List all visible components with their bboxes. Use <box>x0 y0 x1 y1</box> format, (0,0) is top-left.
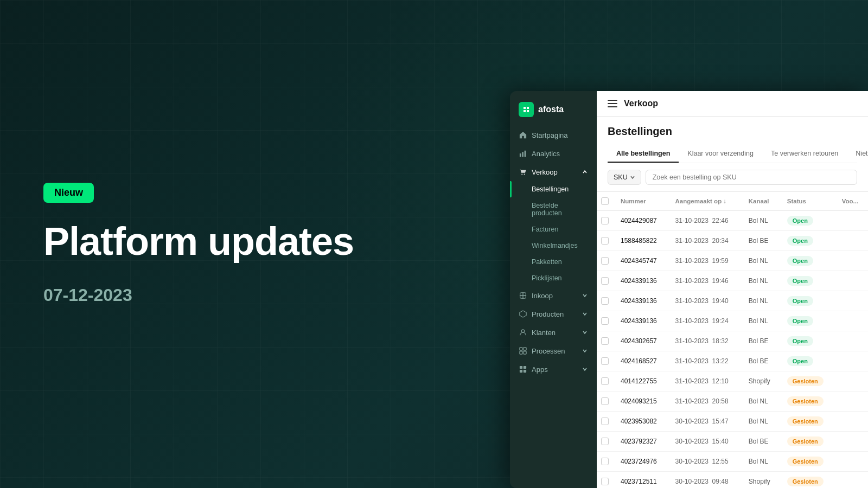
col-status-header: Status <box>781 192 835 211</box>
row-status-8: Gesloten <box>781 371 835 391</box>
orders-table-wrapper: Nummer Aangemaakt op ↓ Kanaal Status <box>597 192 868 488</box>
row-checkbox-4[interactable] <box>601 297 609 305</box>
sidebar-item-verkoop[interactable]: Verkoop <box>510 163 597 181</box>
processen-icon <box>519 346 527 355</box>
row-checkbox-12[interactable] <box>601 458 609 465</box>
col-aangemaakt-header: Aangemaakt op ↓ <box>669 192 742 211</box>
row-datum-7: 31-10-2023 13:22 <box>669 351 742 371</box>
row-voo-0 <box>835 211 868 231</box>
row-voo-1 <box>835 231 868 251</box>
sidebar-item-producten[interactable]: Producten <box>510 305 597 323</box>
sku-selector[interactable]: SKU <box>608 170 641 185</box>
row-status-1: Open <box>781 231 835 251</box>
row-kanaal-12: Bol NL <box>742 452 781 472</box>
select-all-checkbox[interactable] <box>601 197 609 205</box>
tab-retouren[interactable]: Te verwerken retouren <box>762 145 847 163</box>
row-checkbox-1[interactable] <box>601 237 609 245</box>
table-row: 4023724976 30-10-2023 12:55 Bol NL Geslo… <box>597 452 868 472</box>
row-kanaal-5: Bol NL <box>742 311 781 331</box>
sidebar-sub-item-bestellingen[interactable]: Bestellingen <box>510 181 597 197</box>
row-checkbox-5[interactable] <box>601 317 609 325</box>
row-nummer-7: 4024168527 <box>614 351 669 371</box>
sidebar-sub-item-pakketten[interactable]: Pakketten <box>510 254 597 270</box>
svg-rect-2 <box>525 151 526 157</box>
row-checkbox-10[interactable] <box>601 418 609 425</box>
status-badge-10: Gesloten <box>787 416 824 426</box>
row-datum-1: 31-10-2023 20:34 <box>669 231 742 251</box>
svg-rect-1 <box>522 152 524 157</box>
sidebar-item-klanten[interactable]: Klanten <box>510 323 597 342</box>
sidebar-item-processen[interactable]: Processen <box>510 342 597 360</box>
tab-alle-bestellingen[interactable]: Alle bestellingen <box>608 145 679 163</box>
row-nummer-13: 4023712511 <box>614 472 669 489</box>
hero-date: 07-12-2023 <box>43 285 434 305</box>
search-input[interactable] <box>646 170 857 185</box>
sidebar-label-inkoop: Inkoop <box>532 292 553 300</box>
status-badge-1: Open <box>787 236 813 246</box>
row-checkbox-6[interactable] <box>601 337 609 345</box>
row-checkbox-3[interactable] <box>601 277 609 285</box>
apps-icon <box>519 365 527 374</box>
hamburger-menu[interactable] <box>608 100 617 107</box>
table-row: 4024093215 31-10-2023 20:58 Bol NL Geslo… <box>597 391 868 412</box>
sidebar-sub-item-facturen[interactable]: Facturen <box>510 221 597 237</box>
row-checkbox-0[interactable] <box>601 217 609 224</box>
row-check-13 <box>597 472 614 489</box>
sidebar-label-processen: Processen <box>532 347 565 355</box>
row-datum-12: 30-10-2023 12:55 <box>669 452 742 472</box>
main-header: Verkoop <box>597 91 868 117</box>
svg-rect-0 <box>520 153 521 157</box>
row-check-6 <box>597 331 614 351</box>
row-status-0: Open <box>781 211 835 231</box>
tab-klaar-verzending[interactable]: Klaar voor verzending <box>679 145 762 163</box>
chevron-down-icon <box>582 292 588 299</box>
row-kanaal-1: Bol BE <box>742 231 781 251</box>
hero-section: Nieuw Platform updates 07-12-2023 <box>43 0 434 488</box>
status-badge-5: Open <box>787 316 813 326</box>
sort-nummer[interactable]: Nummer <box>621 198 646 204</box>
row-datum-13: 30-10-2023 09:48 <box>669 472 742 489</box>
table-row: 4024302657 31-10-2023 18:32 Bol BE Open <box>597 331 868 351</box>
row-checkbox-8[interactable] <box>601 377 609 385</box>
row-check-1 <box>597 231 614 251</box>
row-checkbox-11[interactable] <box>601 438 609 445</box>
verkoop-icon <box>519 168 527 176</box>
sidebar-item-analytics[interactable]: Analytics <box>510 144 597 163</box>
row-voo-11 <box>835 432 868 452</box>
sidebar-item-apps[interactable]: Apps <box>510 360 597 378</box>
sidebar-sub-item-winkelmandjes[interactable]: Winkelmandjes <box>510 237 597 254</box>
row-check-5 <box>597 311 614 331</box>
sidebar-item-inkoop[interactable]: Inkoop <box>510 286 597 305</box>
sidebar-item-startpagina[interactable]: Startpagina <box>510 126 597 144</box>
verkoop-sub-items: Bestellingen Bestelde producten Facturen… <box>510 181 597 286</box>
row-checkbox-2[interactable] <box>601 257 609 265</box>
row-voo-7 <box>835 351 868 371</box>
sidebar-item-left: Apps <box>519 365 548 374</box>
sidebar-item-left: Startpagina <box>519 131 568 139</box>
sidebar-sub-item-bestelde-producten[interactable]: Bestelde producten <box>510 197 597 221</box>
hero-title: Platform updates <box>43 220 434 263</box>
sidebar-sub-item-picklijsten[interactable]: Picklijsten <box>510 270 597 286</box>
row-voo-13 <box>835 472 868 489</box>
row-voo-4 <box>835 291 868 311</box>
svg-rect-13 <box>520 370 522 373</box>
row-nummer-1: 1588485822 <box>614 231 669 251</box>
label-bestellingen: Bestellingen <box>532 185 569 193</box>
row-checkbox-13[interactable] <box>601 478 609 485</box>
sku-label: SKU <box>614 174 628 181</box>
row-datum-9: 31-10-2023 20:58 <box>669 391 742 412</box>
sort-aangemaakt[interactable]: Aangemaakt op ↓ <box>675 198 727 204</box>
new-badge: Nieuw <box>43 183 94 203</box>
klanten-icon <box>519 328 527 337</box>
logo-icon <box>519 102 534 117</box>
row-check-9 <box>597 391 614 412</box>
tab-niet-voorraad[interactable]: Niet op voorraad <box>847 145 868 163</box>
logo: afosta <box>510 100 597 126</box>
row-checkbox-7[interactable] <box>601 357 609 365</box>
row-kanaal-7: Bol BE <box>742 351 781 371</box>
row-nummer-0: 4024429087 <box>614 211 669 231</box>
row-checkbox-9[interactable] <box>601 397 609 405</box>
table-row: 4024339136 31-10-2023 19:46 Bol NL Open <box>597 271 868 291</box>
row-status-12: Gesloten <box>781 452 835 472</box>
chevron-down-icon2 <box>582 311 588 317</box>
